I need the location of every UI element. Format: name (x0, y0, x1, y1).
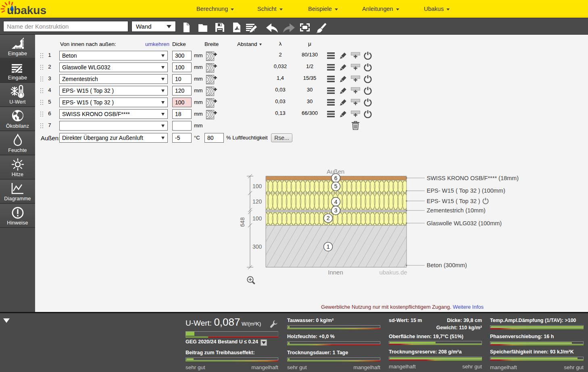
svg-text:100: 100 (252, 183, 262, 189)
svg-text:Innen: Innen (328, 269, 343, 276)
svg-text:300: 300 (252, 243, 262, 250)
svg-text:ubakus.de: ubakus.de (379, 269, 407, 276)
svg-text:Beton (300mm): Beton (300mm) (427, 262, 467, 268)
svg-text:100: 100 (252, 215, 262, 222)
svg-text:3: 3 (334, 207, 338, 214)
svg-text:Glaswolle WLG032 (100mm): Glaswolle WLG032 (100mm) (427, 220, 502, 227)
svg-text:648: 648 (240, 217, 246, 227)
svg-text:5: 5 (334, 183, 338, 189)
svg-text:4: 4 (334, 199, 338, 205)
svg-text:6: 6 (334, 175, 338, 181)
svg-text:SWISS KRONO OSB/F**** (18mm): SWISS KRONO OSB/F**** (18mm) (427, 175, 519, 181)
svg-text:120: 120 (252, 198, 262, 205)
svg-text:EPS- W15 ( Top 32 ): EPS- W15 ( Top 32 ) (427, 198, 480, 204)
svg-text:Zementestrich (10mm): Zementestrich (10mm) (427, 207, 486, 214)
svg-text:2: 2 (327, 215, 330, 221)
svg-text:EPS- W15 ( Top 32 ) (100mm): EPS- W15 ( Top 32 ) (100mm) (427, 187, 505, 194)
svg-text:1: 1 (327, 243, 330, 250)
